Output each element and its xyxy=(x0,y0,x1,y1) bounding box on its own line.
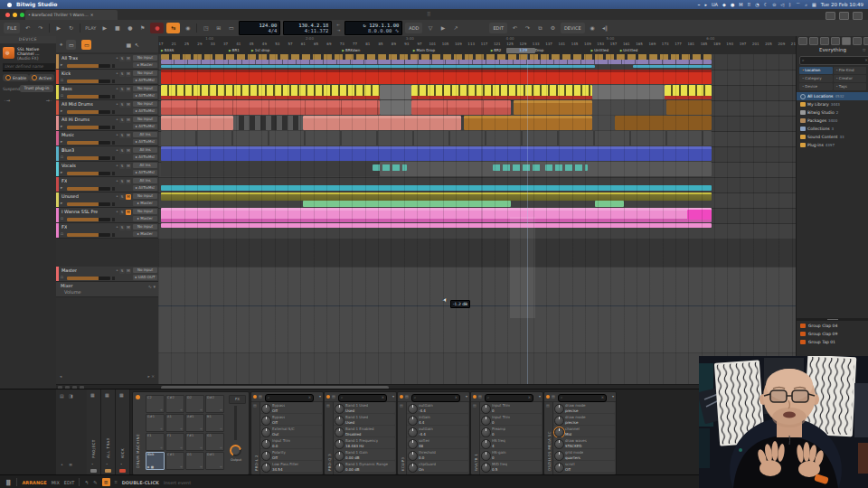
drum-pad-fs1[interactable]: F#1+ xyxy=(185,433,204,451)
group-fold-icon[interactable]: ▸ xyxy=(61,170,62,174)
monitor-dot-icon[interactable]: • xyxy=(116,267,118,273)
device-param-row[interactable]: draw modeprecise xyxy=(553,414,615,425)
device-power-icon[interactable] xyxy=(473,395,476,399)
arranger-clip[interactable] xyxy=(233,116,303,130)
group-fold-icon[interactable]: ▸ xyxy=(61,185,62,190)
device-param-row[interactable]: Band 1 Dynamic Range0.00 dB xyxy=(334,461,395,472)
group-fold-icon[interactable]: ▸ xyxy=(61,201,62,205)
chain-list-icon[interactable]: ▤ xyxy=(60,393,64,399)
suspend-mode-select[interactable]: Trust plug-in xyxy=(20,85,53,92)
monitor-dot-icon[interactable]: • xyxy=(116,70,118,76)
group-fold-icon[interactable]: ▸ xyxy=(61,108,62,113)
minimize-window-icon[interactable] xyxy=(13,13,17,17)
drum-machine-label[interactable]: DRUM MACHINE xyxy=(136,403,140,468)
param-knob[interactable] xyxy=(408,451,418,461)
drum-pad-g1[interactable]: G1+ xyxy=(205,433,224,451)
device-param-row[interactable]: draw modeprecise xyxy=(553,402,615,413)
mute-button[interactable]: M xyxy=(126,179,131,184)
arranger-clip[interactable] xyxy=(411,85,592,99)
enable-button[interactable]: Enable xyxy=(3,74,29,81)
device-param-row[interactable]: Band 1 Frequency18.483 Hz xyxy=(334,437,395,448)
master-track-row[interactable]: Master•SMNo input▫▸ UAD OUT xyxy=(56,267,158,282)
drum-pad-e1[interactable]: E1+ xyxy=(146,433,165,451)
arranger-clip[interactable] xyxy=(161,208,712,222)
automation-panel-icon[interactable] xyxy=(820,37,829,45)
device-name-label[interactable]: KCLIP3 xyxy=(401,411,405,471)
project-tab-close-icon[interactable]: × xyxy=(90,13,94,17)
mute-button[interactable]: M xyxy=(126,148,131,154)
arranger-clip[interactable] xyxy=(592,85,665,99)
play-from-start-icon[interactable]: ▶ xyxy=(53,23,63,33)
preset-clear-icon[interactable]: × xyxy=(601,395,604,400)
device-param-row[interactable]: outGain-4.4 xyxy=(407,426,468,436)
monitor-dot-icon[interactable]: • xyxy=(116,193,118,199)
arranger-clip[interactable] xyxy=(595,201,624,207)
param-value[interactable]: 0.5 xyxy=(492,467,497,472)
arranger-clip[interactable] xyxy=(161,60,712,64)
param-value[interactable]: Off xyxy=(565,467,571,472)
track-name[interactable]: Master xyxy=(61,267,77,273)
device-power-icon[interactable] xyxy=(546,395,550,399)
param-knob[interactable] xyxy=(408,463,418,473)
param-value[interactable]: 4.4 xyxy=(419,420,424,425)
param-knob[interactable] xyxy=(554,451,564,461)
location-item[interactable]: Bitwig Studio2 xyxy=(797,108,868,117)
edit-redo-icon[interactable]: ↷ xyxy=(523,23,533,33)
output-chooser[interactable]: ▸ AllTrxMst xyxy=(133,139,157,145)
filter-device[interactable]: •Device xyxy=(799,83,833,90)
param-knob[interactable] xyxy=(554,427,564,437)
record-icon[interactable]: ● xyxy=(125,23,135,33)
cue-marker[interactable]: ▶Untitled xyxy=(620,48,638,53)
param-value[interactable]: 18.483 Hz xyxy=(345,444,363,448)
solo-button[interactable]: S xyxy=(119,133,125,138)
device-param-row[interactable]: Band 1 UsedUsed xyxy=(334,402,395,413)
filter-file-kind[interactable]: •File Kind xyxy=(834,67,867,74)
preset-clear-icon[interactable]: × xyxy=(528,395,531,400)
param-knob[interactable] xyxy=(335,416,344,426)
volume-slider[interactable] xyxy=(67,110,110,114)
param-knob[interactable] xyxy=(554,439,564,449)
view-button-mix[interactable]: MIX xyxy=(52,480,60,485)
device-param-row[interactable]: Low Pass Filter34.54 xyxy=(260,461,322,472)
arranger-clip[interactable] xyxy=(380,100,411,115)
layout-full-icon[interactable] xyxy=(853,12,863,20)
marker-icon[interactable]: ⚑ xyxy=(137,23,147,33)
project-tab[interactable]: • Barefaced Thriller 'I Wann… × xyxy=(25,10,118,20)
active-button[interactable]: Active xyxy=(29,74,54,81)
location-item[interactable]: Sound Content33 xyxy=(797,133,868,141)
device-param-row[interactable]: scrollOff xyxy=(553,461,615,472)
arranger-clip[interactable] xyxy=(666,100,712,115)
drum-pad-ds2[interactable]: D#2+ xyxy=(205,395,224,413)
loop-toggle-button[interactable]: ⇆ xyxy=(166,23,180,33)
volume-slider[interactable] xyxy=(67,126,110,129)
solo-button[interactable]: S xyxy=(119,179,125,184)
chain-menu-icon[interactable]: ≡ xyxy=(69,462,72,467)
drum-pad-d2[interactable]: D2+ xyxy=(185,395,204,413)
solo-button[interactable]: S xyxy=(119,148,125,154)
device-panel-icon[interactable] xyxy=(809,37,818,45)
location-item[interactable]: Packages3400 xyxy=(797,117,868,125)
device-param-row[interactable]: Band 1 Gain0.00 dB xyxy=(334,449,395,460)
arranger-clip[interactable] xyxy=(161,223,712,228)
arranger-clip[interactable] xyxy=(615,116,712,130)
preset-name-field[interactable]: ⌕× xyxy=(411,394,460,402)
arranger-clip[interactable] xyxy=(303,116,461,130)
nudge-buttons[interactable]: ⇤⇥ xyxy=(335,23,342,33)
arranger-record-button[interactable]: ● xyxy=(150,23,164,33)
monitor-dot-icon[interactable]: • xyxy=(116,132,118,137)
input-chooser[interactable]: No input xyxy=(133,193,157,199)
output-chooser[interactable]: ▸ Master xyxy=(133,216,157,221)
output-chooser[interactable]: ▸ UAD OUT xyxy=(133,275,157,280)
param-knob[interactable] xyxy=(408,416,418,426)
redo-icon[interactable]: ↷ xyxy=(35,23,45,33)
undo-icon[interactable]: ↶ xyxy=(23,23,33,33)
device-param-row[interactable]: Input Trim0.0 xyxy=(260,437,322,448)
solo-button[interactable]: S xyxy=(119,225,125,230)
param-value[interactable]: Off xyxy=(272,408,278,413)
param-knob[interactable] xyxy=(261,404,271,414)
mapping-panel-icon[interactable] xyxy=(853,37,862,45)
device-param-row[interactable]: Band 1 EnabledDisabled xyxy=(334,426,395,436)
input-chooser[interactable]: No input xyxy=(133,209,157,214)
param-value[interactable]: 0.0 xyxy=(419,455,424,460)
track-name[interactable]: All Mid Drums xyxy=(61,101,93,107)
